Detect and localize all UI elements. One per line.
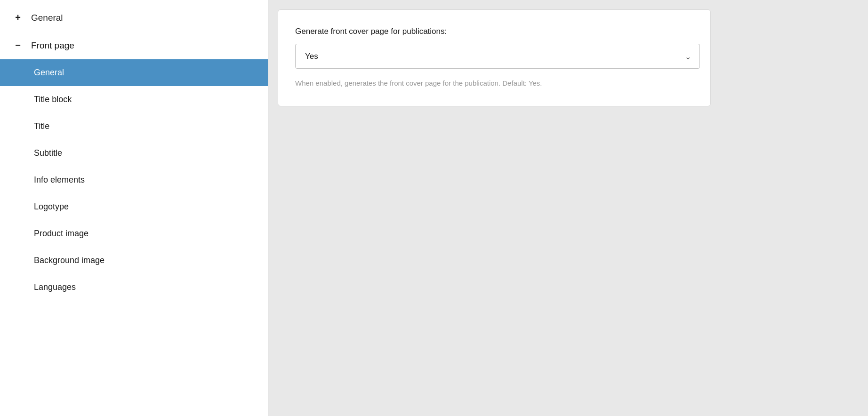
sidebar-item-label: Background image: [34, 256, 104, 265]
sidebar-item-logotype[interactable]: Logotype: [0, 193, 268, 220]
sidebar-item-label: General: [31, 13, 63, 23]
minus-icon: −: [13, 40, 23, 51]
main-content: Generate front cover page for publicatio…: [268, 0, 868, 416]
sidebar-item-languages[interactable]: Languages: [0, 274, 268, 301]
sidebar-item-subtitle[interactable]: Subtitle: [0, 140, 268, 167]
sidebar-item-background-image[interactable]: Background image: [0, 247, 268, 274]
sidebar-item-label: Languages: [34, 282, 76, 292]
sidebar-item-label: Info elements: [34, 175, 85, 185]
sidebar-item-label: Front page: [31, 40, 74, 51]
sidebar-item-label: Subtitle: [34, 148, 62, 158]
generate-front-cover-select[interactable]: Yes No: [296, 44, 699, 68]
select-wrapper: Yes No ⌄: [295, 44, 700, 69]
sidebar-item-label: Product image: [34, 229, 88, 239]
sidebar-item-front-page[interactable]: − Front page: [0, 32, 268, 59]
sidebar-item-title[interactable]: Title: [0, 113, 268, 140]
field-hint: When enabled, generates the front cover …: [295, 78, 693, 89]
content-card: Generate front cover page for publicatio…: [278, 9, 711, 106]
sidebar-item-title-block[interactable]: Title block: [0, 86, 268, 113]
plus-icon: +: [13, 12, 23, 23]
sidebar-item-label: Title: [34, 121, 49, 131]
sidebar-item-label: General: [34, 68, 64, 78]
sidebar-item-info-elements[interactable]: Info elements: [0, 167, 268, 193]
field-label: Generate front cover page for publicatio…: [295, 27, 693, 36]
sidebar-item-general-sub[interactable]: General: [0, 59, 268, 86]
sidebar-item-label: Logotype: [34, 202, 69, 212]
sidebar: + General − Front page General Title blo…: [0, 0, 268, 416]
sidebar-item-general-top[interactable]: + General: [0, 4, 268, 32]
sidebar-item-label: Title block: [34, 95, 72, 104]
sidebar-item-product-image[interactable]: Product image: [0, 220, 268, 247]
